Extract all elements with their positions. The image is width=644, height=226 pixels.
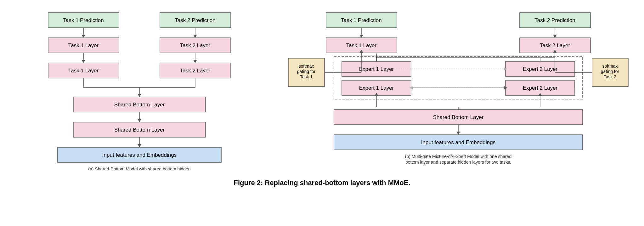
expert2-bot-label: Expert 2 Layer: [523, 85, 558, 91]
arrowhead4: [193, 60, 197, 63]
arrowhead6: [138, 144, 141, 147]
task1-pred-label: Task 1 Prediction: [63, 17, 104, 23]
b-task1-layer-label: Task 1 Layer: [346, 42, 377, 48]
task2-layer1-label: Task 2 Layer: [180, 42, 211, 48]
b-arrowhead2: [553, 35, 557, 38]
arrowhead2: [193, 35, 197, 38]
expert2-top-label: Expert 2 Layer: [523, 66, 558, 72]
softmax1-line1: softmax: [298, 64, 314, 69]
diagram-a: Task 1 Prediction Task 2 Prediction Task…: [13, 9, 266, 170]
b-arrowhead1: [359, 35, 363, 38]
softmax2-line3: Task 2: [604, 74, 617, 79]
diagram-a-svg: Task 1 Prediction Task 2 Prediction Task…: [39, 9, 240, 170]
caption-b-line1: (b) Multi-gate Mixture-of-Expert Model w…: [405, 154, 511, 159]
task2-layer2-label: Task 2 Layer: [180, 68, 211, 74]
softmax1-line2: gating for: [297, 69, 316, 74]
main-container: Task 1 Prediction Task 2 Prediction Task…: [0, 0, 644, 173]
arrowhead3: [82, 60, 85, 63]
diagram-a-content: Task 1 Prediction Task 2 Prediction Task…: [13, 9, 266, 170]
caption-b-line2: bottom layer and separate hidden layers …: [405, 160, 511, 165]
softmax2-line1: softmax: [602, 64, 618, 69]
b-task2-pred-label: Task 2 Prediction: [534, 17, 575, 23]
figure-caption: Figure 2: Replacing shared-bottom layers…: [0, 179, 644, 187]
b-task1-pred-label: Task 1 Prediction: [341, 17, 381, 23]
b-task2-layer-label: Task 2 Layer: [540, 42, 570, 48]
arrowhead1: [82, 35, 85, 38]
input-a-label: Input features and Embeddings: [102, 152, 177, 158]
b-arrowhead-sh: [456, 132, 460, 135]
shared-bottom2-label: Shared Bottom Layer: [114, 127, 165, 133]
diagram-b: Task 1 Prediction Task 2 Prediction Task…: [285, 9, 631, 170]
b-shared-bottom-label: Shared Bottom Layer: [433, 114, 484, 120]
softmax1-line3: Task 1: [300, 74, 313, 79]
conv-arrowhead: [138, 94, 141, 97]
b-input-label: Input features and Embeddings: [421, 139, 495, 145]
arrowhead5: [138, 119, 141, 122]
expert1-bot-label: Expert 1 Layer: [359, 85, 394, 91]
task1-layer2-label: Task 1 Layer: [68, 68, 99, 74]
softmax2-line2: gating for: [601, 69, 619, 74]
task2-pred-label: Task 2 Prediction: [175, 17, 215, 23]
caption-a-line1: (a) Shared-Bottom Model with shared bott…: [88, 167, 190, 170]
diagram-b-content: Task 1 Prediction Task 2 Prediction Task…: [285, 9, 631, 170]
task1-layer1-label: Task 1 Layer: [68, 42, 99, 48]
shared-bottom1-label: Shared Bottom Layer: [114, 102, 165, 108]
diagram-b-svg: Task 1 Prediction Task 2 Prediction Task…: [285, 9, 631, 170]
